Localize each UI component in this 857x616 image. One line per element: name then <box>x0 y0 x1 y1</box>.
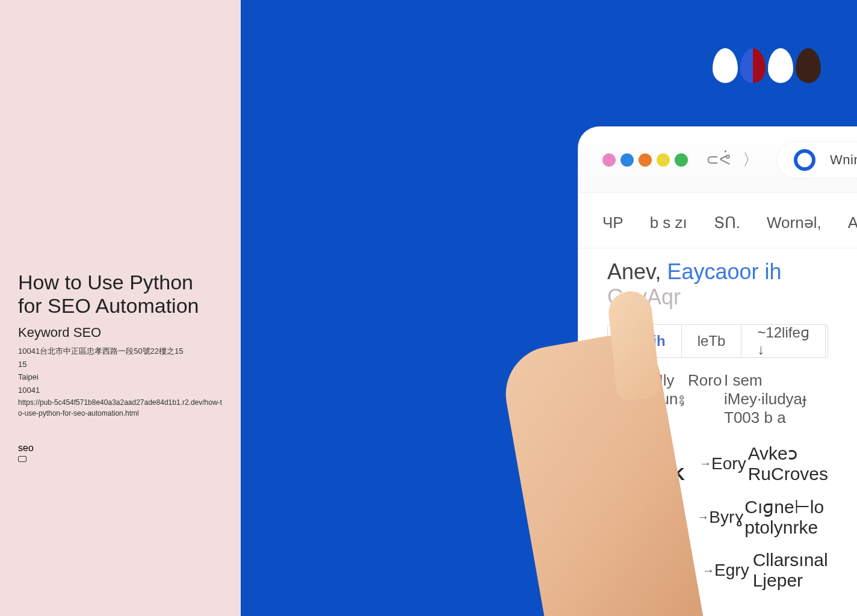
tab-1[interactable]: ЧР <box>602 214 623 232</box>
filter-4[interactable]: lion <box>826 325 828 357</box>
logo-cluster <box>713 48 821 83</box>
th-2: Roro <box>688 371 724 427</box>
address-text: Wnind Spolech Qvsarroning ?nats Qitl ·· … <box>830 152 857 168</box>
traffic-light-pink[interactable] <box>602 153 616 167</box>
addr-circle-icon <box>794 149 815 171</box>
logo-part-4 <box>796 48 821 83</box>
meta-zip: 10041 <box>18 384 223 396</box>
forward-icon[interactable]: 〉 <box>743 149 758 170</box>
nav-glyph-icon[interactable]: ⊂ᕚ <box>706 150 731 169</box>
traffic-light-yellow[interactable] <box>657 153 670 167</box>
tab-4[interactable]: Wornəl, <box>767 214 821 232</box>
logo-part-3 <box>768 48 793 83</box>
tab-2[interactable]: b s zı <box>650 214 687 232</box>
tag-label: seo <box>18 443 223 454</box>
page-subtitle: Keyword SEO <box>18 325 223 340</box>
meta-city: Taipei <box>18 371 223 383</box>
logo-part-1 <box>713 48 738 83</box>
meta-line2: 15 <box>18 359 223 371</box>
logo-part-2 <box>740 48 766 83</box>
traffic-lights <box>602 153 688 167</box>
browser-window: ⊂ᕚ 〉 Wnind Spolech Qvsarroning ?nats Qit… <box>578 126 857 616</box>
expand-icon <box>18 456 26 462</box>
traffic-light-blue[interactable] <box>620 153 634 167</box>
tab-5[interactable]: Augpr <box>848 214 857 232</box>
address-bar[interactable]: Wnind Spolech Qvsarroning ?nats Qitl ·· … <box>776 141 857 179</box>
filter-2[interactable]: leTb <box>682 325 742 357</box>
tab-3[interactable]: ՏՈ. <box>714 214 740 232</box>
traffic-light-orange[interactable] <box>639 153 652 167</box>
traffic-light-green[interactable] <box>675 153 688 167</box>
tab-strip: ЧР b s zı ՏՈ. Wornəl, Augpr ƒ Tẽ Tigerv,… <box>578 193 857 248</box>
meta-address: 10041台北市中正區忠孝西路一段50號22樓之15 <box>18 345 223 357</box>
page-title: How to Use Python for SEO Automation <box>18 271 223 318</box>
meta-url[interactable]: https://pub-5c454f571b8e40a3a2aad27ade84… <box>18 397 223 419</box>
filter-3[interactable]: ~12lifeɡ ↓ <box>741 325 825 357</box>
th-3: I sem iMey·iludyaɟ T003 b a <box>724 371 828 427</box>
